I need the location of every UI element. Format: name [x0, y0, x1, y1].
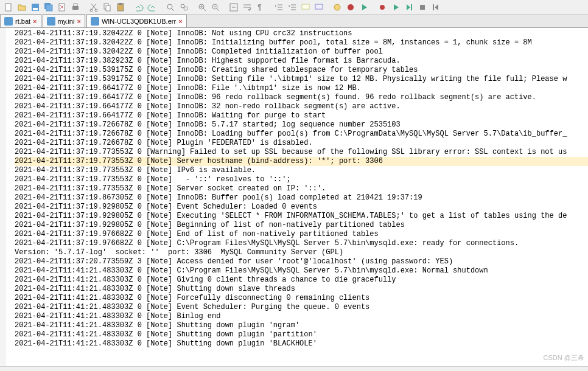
close-icon[interactable]: ×	[178, 18, 182, 25]
log-line: 2021-04-21T11:41:21.483303Z 0 [Note] C:\…	[15, 266, 588, 276]
play-icon[interactable]	[390, 1, 402, 13]
log-line: 2021-04-21T11:37:19.726678Z 0 [Note] Inn…	[15, 130, 588, 139]
tab-label: rt.bat	[15, 18, 30, 25]
show-symbols-icon[interactable]: ¶	[254, 1, 267, 13]
log-line: 2021-04-21T11:37:19.773553Z 0 [Note] Ser…	[15, 184, 588, 193]
print-icon[interactable]	[69, 1, 82, 13]
log-line: 2021-04-21T11:37:19.773553Z 0 [Warning] …	[15, 148, 588, 157]
toggle-wrap-icon[interactable]	[241, 1, 253, 13]
outdent-icon[interactable]	[273, 1, 285, 13]
log-line: 2021-04-21T11:37:19.320422Z 0 [Note] Inn…	[15, 29, 588, 38]
tab-bar: rt.bat×my.ini×WIN-UCL3QDBK1UB.err×	[0, 15, 588, 28]
svg-rect-11	[106, 5, 110, 11]
zoom-in-icon[interactable]	[196, 1, 208, 13]
svg-rect-13	[119, 3, 122, 5]
log-line: 2021-04-21T11:37:19.726678Z 0 [Note] Inn…	[15, 120, 588, 130]
log-line: Version: '5.7.17-log' socket: '' port: 3…	[15, 248, 588, 257]
log-line: 2021-04-21T11:41:21.483303Z 0 [Note] Giv…	[15, 276, 588, 285]
close-icon[interactable]	[56, 1, 68, 13]
start-rec-icon[interactable]	[376, 1, 388, 13]
watermark: CSDN @三希	[544, 353, 584, 362]
log-line: 2021-04-21T11:37:19.976682Z 0 [Note] End…	[15, 230, 588, 239]
log-line: 2021-04-21T11:37:19.320422Z 0 [Note] Inn…	[15, 38, 588, 47]
log-line: 2021-04-21T11:37:20.773559Z 3 [Note] Acc…	[15, 257, 588, 266]
close-icon[interactable]: ×	[77, 18, 80, 25]
log-line: 2021-04-21T11:41:21.483303Z 0 [Note] For…	[15, 294, 588, 303]
log-line: 2021-04-21T11:37:19.929805Z 0 [Note] Beg…	[15, 221, 588, 230]
paste-icon[interactable]	[114, 1, 127, 13]
uncomment-icon[interactable]	[313, 1, 325, 13]
tab-WIN-UCL3QDBK1UB-err[interactable]: WIN-UCL3QDBK1UB.err×	[86, 15, 187, 27]
cut-icon[interactable]	[88, 1, 100, 13]
toggle-fold-icon[interactable]	[228, 1, 240, 13]
new-file-icon[interactable]	[2, 1, 15, 13]
log-line: 2021-04-21T11:37:19.664177Z 0 [Note] Inn…	[15, 84, 588, 93]
svg-point-14	[167, 4, 172, 9]
save-all-icon[interactable]	[43, 1, 55, 13]
status-bar	[0, 366, 588, 371]
find-all-icon[interactable]	[178, 1, 190, 13]
tab-rt-bat[interactable]: rt.bat×	[0, 15, 41, 27]
log-line: 2021-04-21T11:37:19.539175Z 0 [Note] Inn…	[15, 66, 588, 75]
editor-content[interactable]: 2021-04-21T11:37:19.320422Z 0 [Note] Inn…	[0, 28, 588, 366]
log-line: 2021-04-21T11:37:19.320422Z 0 [Note] Inn…	[15, 47, 588, 57]
svg-rect-22	[315, 4, 323, 9]
log-line: 2021-04-21T11:37:19.726678Z 0 [Note] Plu…	[15, 139, 588, 148]
svg-rect-26	[420, 5, 425, 10]
find-icon[interactable]	[164, 1, 177, 13]
close-icon[interactable]: ×	[33, 18, 37, 25]
log-line: 2021-04-21T11:37:19.976682Z 0 [Note] C:\…	[15, 239, 588, 248]
svg-point-24	[348, 4, 354, 10]
log-line: 2021-04-21T11:41:21.483303Z 0 [Note] Shu…	[15, 330, 588, 339]
log-line: 2021-04-21T11:37:19.773553Z 0 [Note] - '…	[15, 175, 588, 184]
log-line: 2021-04-21T11:41:21.483303Z 0 [Note] Shu…	[15, 321, 588, 330]
step-icon[interactable]	[403, 1, 415, 13]
tab-my-ini[interactable]: my.ini×	[43, 15, 85, 27]
log-line: 2021-04-21T11:37:19.664177Z 0 [Note] Inn…	[15, 111, 588, 120]
log-line: 2021-04-21T11:41:21.483303Z 0 [Note] Eve…	[15, 303, 588, 312]
macro-icon[interactable]	[331, 1, 343, 13]
redo-icon[interactable]	[146, 1, 158, 13]
svg-rect-2	[33, 8, 38, 10]
log-line: 2021-04-21T11:37:19.773553Z 0 [Note] IPv…	[15, 166, 588, 175]
tab-label: my.ini	[58, 18, 75, 25]
log-line: 2021-04-21T11:37:19.867305Z 0 [Note] Inn…	[15, 193, 588, 203]
svg-rect-6	[72, 6, 79, 10]
record-macro-icon[interactable]	[345, 1, 357, 13]
svg-rect-7	[74, 4, 77, 6]
log-line: 2021-04-21T11:41:21.483303Z 0 [Note] Shu…	[15, 339, 588, 348]
svg-text:¶: ¶	[257, 4, 262, 12]
copy-icon[interactable]	[101, 1, 113, 13]
undo-icon[interactable]	[133, 1, 145, 13]
run-macro-icon[interactable]	[358, 1, 370, 13]
stop-icon[interactable]	[416, 1, 429, 13]
save-icon[interactable]	[29, 1, 41, 13]
open-file-icon[interactable]	[16, 1, 28, 13]
log-line: 2021-04-21T11:41:21.483303Z 0 [Note] Shu…	[15, 285, 588, 294]
log-line: 2021-04-21T11:37:19.664177Z 0 [Note] Inn…	[15, 102, 588, 111]
log-line: 2021-04-21T11:37:19.382923Z 0 [Note] Inn…	[15, 57, 588, 66]
file-icon	[47, 17, 55, 26]
svg-point-23	[334, 4, 340, 10]
file-icon	[4, 17, 13, 26]
svg-rect-4	[46, 5, 52, 11]
log-line: 2021-04-21T11:37:19.929805Z 0 [Note] Eve…	[15, 203, 588, 212]
toolbar: ¶	[0, 0, 588, 15]
log-line: 2021-04-21T11:41:21.483303Z 0 [Note] Bin…	[15, 312, 588, 321]
svg-rect-0	[5, 4, 11, 11]
tab-label: WIN-UCL3QDBK1UB.err	[102, 18, 176, 25]
file-icon	[91, 17, 99, 26]
rewind-icon[interactable]	[430, 1, 442, 13]
log-line: 2021-04-21T11:37:19.929805Z 0 [Note] Exe…	[15, 212, 588, 221]
zoom-out-icon[interactable]	[209, 1, 222, 13]
comment-icon[interactable]	[299, 1, 312, 13]
svg-rect-21	[302, 4, 309, 9]
indent-icon[interactable]	[286, 1, 298, 13]
log-line: 2021-04-21T11:37:19.773553Z 0 [Note] Ser…	[15, 157, 588, 166]
log-line: 2021-04-21T11:37:19.664177Z 0 [Note] Inn…	[15, 93, 588, 102]
svg-point-16	[184, 7, 187, 10]
log-line: 2021-04-21T11:37:19.539175Z 0 [Note] Inn…	[15, 75, 588, 84]
svg-point-25	[380, 5, 385, 10]
